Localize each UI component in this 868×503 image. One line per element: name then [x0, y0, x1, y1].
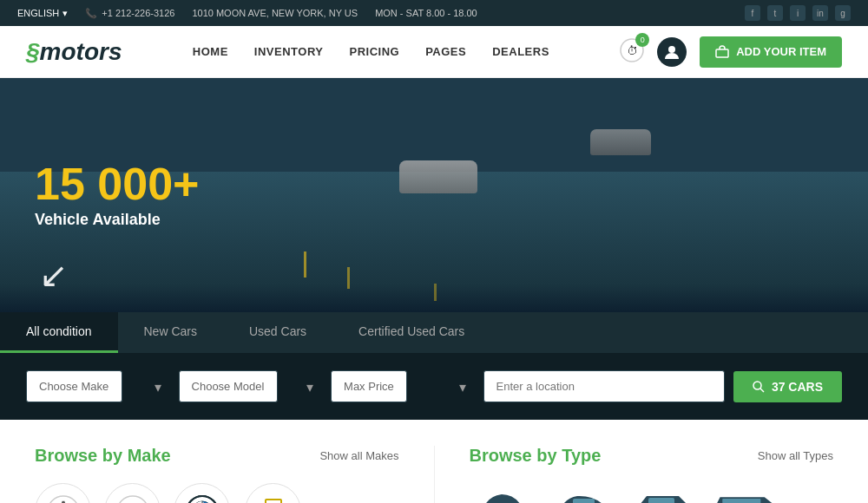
nav-home[interactable]: HOME: [193, 45, 228, 58]
bmw-logo: [174, 483, 230, 503]
model-select-wrapper: Choose Model: [179, 370, 323, 402]
car-decoration-1: [399, 160, 477, 193]
make-select[interactable]: Choose Make: [26, 370, 122, 402]
search-section: All condition New Cars Used Cars Certifi…: [0, 312, 868, 420]
hatchback-icon: [629, 483, 699, 503]
browse-type-title: Browse by Type: [470, 446, 602, 466]
phone-number: +1 212-226-3126: [102, 8, 174, 18]
svg-point-4: [753, 382, 761, 389]
cart-badge: 0: [635, 33, 649, 47]
main-nav: HOME INVENTORY PRICING PAGES DEALERS: [193, 45, 549, 58]
tab-certified-used[interactable]: Certified Used Cars: [332, 312, 490, 353]
nav-pricing[interactable]: PRICING: [349, 45, 399, 58]
hero-content: 15 000+ Vehicle Available: [0, 135, 233, 255]
type-minivan[interactable]: Minivan (2): [709, 483, 779, 503]
brand-bmw[interactable]: BMW (5): [174, 483, 230, 503]
address-text: 1010 MOON AVE, NEW YORK, NY US: [192, 8, 358, 18]
vehicle-count: 15 000+: [35, 161, 199, 206]
svg-rect-3: [716, 49, 728, 57]
brand-chevrolet[interactable]: Chevrolet (7): [243, 483, 303, 503]
phone-icon: 📞: [85, 8, 97, 19]
chevron-down-icon: ▾: [62, 8, 68, 19]
coupe-icon: [549, 483, 619, 503]
search-icon: [753, 381, 765, 393]
svg-rect-22: [573, 499, 595, 503]
cart-icon[interactable]: ⏱ 0: [620, 38, 644, 66]
user-icon[interactable]: [657, 37, 687, 67]
make-select-wrapper: Choose Make: [26, 370, 170, 402]
language-label: ENGLISH: [17, 8, 59, 18]
top-bar: ENGLISH ▾ 📞 +1 212-226-3126 1010 MOON AV…: [0, 0, 868, 26]
svg-rect-14: [266, 500, 281, 504]
nav-dealers[interactable]: DEALERS: [492, 45, 549, 58]
hours-text: MON - SAT 8.00 - 18.00: [375, 8, 477, 18]
type-convertible[interactable]: Convertible (2): [470, 483, 539, 503]
browse-section: Browse by Make Show all Makes Acura (2): [0, 420, 868, 503]
browse-make-title: Browse by Make: [35, 446, 171, 466]
phone-info: 📞 +1 212-226-3126: [85, 8, 174, 19]
chevrolet-logo: [245, 483, 301, 503]
main-header: §motors HOME INVENTORY PRICING PAGES DEA…: [0, 26, 868, 78]
type-coupe[interactable]: Coupe (3): [549, 483, 619, 503]
social-links: f t i in g: [745, 5, 851, 21]
location-input[interactable]: [483, 370, 725, 402]
svg-point-2: [668, 46, 675, 53]
brand-acura[interactable]: Acura (2): [35, 483, 91, 503]
type-grid: Convertible (2) Coupe (3): [470, 483, 834, 503]
brand-bentley[interactable]: B Bentley (2): [104, 483, 161, 503]
svg-rect-28: [648, 498, 674, 503]
type-hatchback[interactable]: Hatchback (5): [629, 483, 699, 503]
browse-type-column: Browse by Type Show all Types Convert: [470, 446, 834, 503]
condition-tabs: All condition New Cars Used Cars Certifi…: [0, 312, 868, 353]
hours-info: MON - SAT 8.00 - 18.00: [375, 8, 477, 18]
instagram-icon[interactable]: i: [790, 5, 806, 21]
address-info: 1010 MOON AVE, NEW YORK, NY US: [192, 8, 358, 18]
add-item-label: ADD YOUR ITEM: [736, 45, 826, 58]
hero-subtitle: Vehicle Available: [35, 211, 199, 229]
svg-line-5: [760, 389, 764, 392]
convertible-icon: [470, 483, 539, 503]
linkedin-icon[interactable]: in: [812, 5, 828, 21]
site-logo[interactable]: §motors: [26, 38, 122, 66]
search-button[interactable]: 37 CARS: [733, 371, 842, 402]
price-select[interactable]: Max Price: [331, 370, 407, 402]
hero-section: 15 000+ Vehicle Available ↙: [0, 78, 868, 312]
tab-new-cars[interactable]: New Cars: [118, 312, 223, 353]
show-all-makes[interactable]: Show all Makes: [319, 449, 398, 462]
bentley-logo: B: [104, 483, 161, 503]
arrow-indicator: ↙: [39, 255, 69, 295]
add-item-button[interactable]: ADD YOUR ITEM: [700, 36, 842, 68]
svg-point-7: [117, 496, 148, 504]
language-selector[interactable]: ENGLISH ▾: [17, 8, 68, 19]
show-all-types[interactable]: Show all Types: [758, 449, 833, 462]
browse-make-column: Browse by Make Show all Makes Acura (2): [35, 446, 399, 503]
logo-text: §motors: [26, 38, 122, 65]
browse-make-header: Browse by Make Show all Makes: [35, 446, 399, 466]
nav-inventory[interactable]: INVENTORY: [254, 45, 324, 58]
tab-used-cars[interactable]: Used Cars: [223, 312, 332, 353]
minivan-icon: [709, 483, 779, 503]
price-select-wrapper: Max Price: [331, 370, 475, 402]
search-count: 37 CARS: [772, 380, 823, 394]
car-decoration-2: [590, 129, 651, 155]
section-divider: [434, 446, 435, 503]
model-select[interactable]: Choose Model: [179, 370, 278, 402]
top-bar-left: ENGLISH ▾ 📞 +1 212-226-3126 1010 MOON AV…: [17, 8, 477, 19]
browse-type-header: Browse by Type Show all Types: [470, 446, 834, 466]
acura-logo: [35, 483, 91, 503]
svg-rect-34: [722, 499, 760, 503]
twitter-icon[interactable]: t: [767, 5, 783, 21]
facebook-icon[interactable]: f: [745, 5, 760, 21]
header-actions: ⏱ 0 ADD YOUR ITEM: [620, 36, 842, 68]
brand-grid: Acura (2) B Bentley (2): [35, 483, 399, 503]
search-bar: Choose Make Choose Model Max Price 37 CA…: [0, 353, 868, 420]
nav-pages[interactable]: PAGES: [425, 45, 466, 58]
svg-text:⏱: ⏱: [627, 44, 638, 57]
google-icon[interactable]: g: [835, 5, 851, 21]
tab-all-condition[interactable]: All condition: [0, 312, 118, 353]
